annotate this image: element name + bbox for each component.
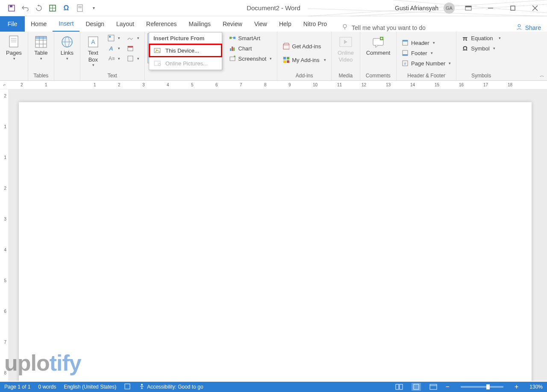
user-name[interactable]: Gusti Afriansyah (395, 5, 438, 12)
ruler-tick: 13 (386, 83, 391, 87)
tab-home[interactable]: Home (25, 16, 53, 32)
svg-rect-80 (430, 384, 437, 389)
group-illustrations-label (147, 73, 274, 80)
undo-icon[interactable] (21, 4, 29, 12)
ruler-tick: 14 (410, 83, 415, 87)
datetime-button[interactable] (124, 44, 142, 53)
ruler-tick: 3 (142, 83, 145, 87)
status-words[interactable]: 0 words (38, 384, 56, 390)
my-addins-button[interactable]: My Add-ins ▾ (280, 55, 329, 65)
video-label: Online Video (338, 50, 354, 63)
svg-point-76 (141, 384, 143, 386)
zoom-slider[interactable] (461, 386, 503, 388)
tab-help[interactable]: Help (273, 16, 297, 32)
textbox-icon: A (86, 35, 100, 49)
ruler-horizontal[interactable]: ⌐ 21123456789101112131415161718 (0, 81, 547, 89)
tab-review[interactable]: Review (217, 16, 248, 32)
svg-rect-53 (230, 57, 235, 61)
tab-file[interactable]: File (0, 16, 25, 32)
status-accessibility[interactable]: Accessibility: Good to go (138, 383, 203, 391)
share-icon (516, 24, 523, 32)
dropcap-button[interactable]: A≡▾ (105, 54, 123, 63)
accessibility-icon (138, 383, 145, 391)
textbox-button[interactable]: A Text Box ▾ (83, 33, 103, 69)
share-button[interactable]: Share (516, 24, 541, 32)
collapse-ribbon-icon[interactable]: ︿ (540, 72, 544, 79)
group-symbols: πEquation ▾ ΩSymbol▾ Symbols (456, 32, 506, 80)
redo-icon[interactable] (35, 4, 43, 12)
header-label: Header (411, 40, 429, 46)
header-button[interactable]: Header▾ (399, 38, 438, 47)
ruler-tick: 1 (0, 155, 8, 160)
zoom-out-icon[interactable]: − (446, 383, 450, 391)
omega-icon[interactable]: Ω (62, 4, 70, 12)
comment-button[interactable]: Comment (363, 33, 394, 58)
symbol-button[interactable]: ΩSymbol▾ (459, 44, 497, 53)
status-page[interactable]: Page 1 of 1 (4, 384, 30, 390)
get-addins-button[interactable]: Get Add-ins (280, 41, 323, 51)
group-addins: Get Add-ins My Add-ins ▾ Add-ins (277, 32, 332, 80)
tab-nitro[interactable]: Nitro Pro (297, 16, 333, 32)
quickparts-button[interactable]: ▾ (105, 33, 123, 43)
tab-insert[interactable]: Insert (53, 16, 79, 32)
links-icon (60, 35, 74, 49)
bulb-icon (341, 24, 348, 32)
online-video-button[interactable]: Online Video (334, 33, 357, 65)
svg-rect-56 (283, 57, 286, 59)
status-language[interactable]: English (United States) (64, 384, 116, 390)
view-read-icon[interactable] (394, 383, 404, 391)
view-print-icon[interactable] (412, 383, 421, 391)
table-icon (34, 35, 48, 49)
svg-point-20 (518, 24, 521, 27)
save-icon[interactable] (8, 4, 15, 12)
tell-me-label: Tell me what you want to do (352, 24, 426, 31)
tab-mailings[interactable]: Mailings (183, 16, 217, 32)
wordart-button[interactable]: A▾ (105, 44, 123, 53)
svg-rect-21 (9, 36, 18, 47)
screenshot-button[interactable]: Screenshot▾ (226, 54, 275, 63)
view-web-icon[interactable] (429, 383, 438, 391)
group-media-label: Media (334, 73, 357, 80)
footer-button[interactable]: Footer▾ (399, 48, 435, 58)
close-icon[interactable] (526, 2, 544, 15)
zoom-level[interactable]: 130% (529, 384, 543, 390)
document-page[interactable] (19, 102, 532, 381)
menu-item-this-device[interactable]: This Device... (149, 44, 222, 57)
object-button[interactable]: ▾ (124, 54, 142, 63)
zoom-in-icon[interactable]: + (515, 383, 518, 391)
table-button[interactable]: Table ▾ (31, 33, 51, 62)
avatar[interactable]: GA (444, 3, 455, 14)
minimize-icon[interactable] (482, 2, 499, 15)
tab-view[interactable]: View (248, 16, 273, 32)
ribbon: Pages ▾ Table ▾ Tables Links ▾ (0, 32, 547, 81)
watermark-pre: uplo (4, 351, 50, 375)
tell-me-search[interactable]: Tell me what you want to do (341, 24, 426, 32)
pages-label: Pages (6, 50, 22, 56)
svg-rect-51 (232, 47, 233, 51)
tab-design[interactable]: Design (79, 16, 110, 32)
tab-references[interactable]: References (140, 16, 183, 32)
chevron-down-icon: ▾ (92, 63, 94, 67)
links-button[interactable]: Links ▾ (57, 33, 77, 62)
svg-rect-40 (128, 46, 133, 47)
svg-rect-37 (109, 36, 111, 38)
chart-button[interactable]: Chart (226, 44, 275, 53)
zoom-thumb[interactable] (486, 384, 490, 389)
signature-button[interactable]: ▾ (124, 33, 142, 43)
pagenumber-button[interactable]: #Page Number▾ (399, 59, 453, 68)
svg-text:A≡: A≡ (109, 56, 115, 62)
status-spellcheck-icon[interactable] (124, 383, 131, 391)
watermark-post: tify (50, 351, 81, 375)
qat-customize-icon[interactable]: ▾ (90, 4, 97, 12)
maximize-icon[interactable] (504, 2, 521, 15)
wordart-icon: A (108, 45, 115, 52)
ribbon-display-icon[interactable] (460, 2, 477, 15)
page-icon[interactable] (76, 4, 84, 12)
pages-icon (7, 35, 21, 49)
tab-layout[interactable]: Layout (110, 16, 140, 32)
excel-icon[interactable] (49, 4, 56, 12)
equation-button[interactable]: πEquation ▾ (459, 33, 503, 43)
smartart-button[interactable]: SmartArt (226, 33, 275, 43)
ruler-vertical[interactable]: 2112345678 (0, 89, 9, 381)
pages-button[interactable]: Pages ▾ (3, 33, 25, 62)
